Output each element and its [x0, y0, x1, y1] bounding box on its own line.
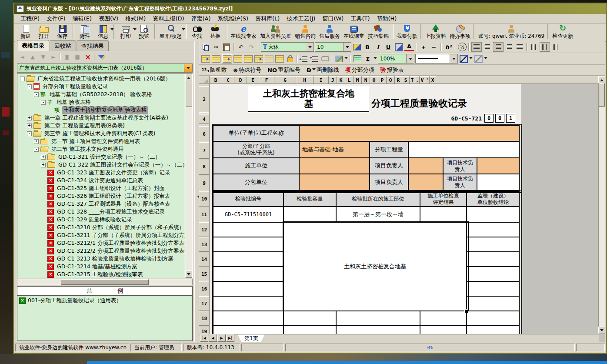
cell[interactable] [467, 326, 520, 334]
tree-item[interactable]: - 第二节 施工技术文件资料通用 [17, 145, 185, 153]
menu-item[interactable]: 窗口(W) [319, 14, 347, 23]
chevron-down-icon[interactable] [312, 68, 316, 72]
menu-item[interactable]: 资料库(L) [252, 14, 283, 23]
tree-item[interactable]: + 第一章 工程建设前期主要法定基建程序文件(A类表) [17, 114, 185, 122]
tree-item[interactable]: × GD-C1-323 施工图设计文件变更（洽商）记录 [17, 169, 185, 177]
tree-item[interactable]: × GD-C1-324 设计变更通知单汇总表 [17, 177, 185, 184]
menu-item[interactable]: 系统维护(S) [215, 14, 251, 23]
toolbar-button[interactable] [113, 24, 115, 39]
tree-scrollbar[interactable] [185, 74, 192, 278]
scrollbar-thumb[interactable] [186, 81, 193, 107]
tree-item[interactable]: × GD-C1-3214 地基/基桩检测方案 [17, 263, 185, 270]
dropdown-button[interactable] [306, 43, 314, 51]
cell-subdivision-label[interactable]: 分部/子分部 (或系统/子系统) [213, 141, 299, 158]
menu-item[interactable]: 工程(P) [17, 14, 43, 23]
row-header[interactable]: 8 [199, 159, 209, 175]
tree-item[interactable]: 项 土和灰土挤密桩复合地基 验收表格 [17, 106, 185, 114]
tree-item[interactable]: × GD-C1-3212/1 分项工程质量验收检验批划分方案表(通用 [17, 239, 185, 247]
toolbar-button[interactable]: 销售咨询 [293, 24, 317, 39]
column-header[interactable]: C [222, 76, 234, 84]
column-header[interactable]: P [378, 76, 387, 84]
form-code[interactable]: GD-C5-721 [418, 115, 482, 122]
row-header[interactable]: 13 [199, 237, 209, 252]
superscript-button[interactable]: b² [444, 43, 453, 51]
row-header[interactable]: 10 [199, 191, 209, 207]
column-header[interactable]: G [274, 76, 296, 84]
row-header[interactable]: 14 [199, 252, 209, 267]
column-header[interactable]: F [259, 76, 274, 84]
dropdown-button[interactable] [184, 64, 192, 72]
tree-expander-icon[interactable]: + [34, 139, 39, 144]
nav-back-button[interactable]: ◄ [18, 53, 27, 61]
fill-color-button[interactable] [394, 43, 404, 51]
cell-subdivision-value[interactable]: 地基与基础-地基 [299, 141, 370, 158]
tree-item[interactable]: - 广东省建筑工程竣工验收技术资料统一用表（2016版） [17, 75, 185, 83]
cell-batch-capacity-header[interactable]: 检验批容量 [283, 191, 336, 207]
cell-tech-lead2-value[interactable] [477, 174, 520, 190]
dropdown-button[interactable] [450, 54, 457, 63]
tree-hscrollbar[interactable] [17, 279, 193, 285]
copy-icon[interactable]: ▣ [63, 53, 71, 61]
row-spacing-increase-button[interactable] [300, 54, 309, 63]
row-header[interactable]: 12 [199, 222, 209, 237]
left-panel-tab[interactable]: 查找结果 [77, 40, 109, 51]
menu-item[interactable]: 格式(M) [122, 14, 149, 23]
cell[interactable] [283, 311, 336, 326]
toolbar-button[interactable]: 技巧集锦 [366, 24, 390, 39]
row-header[interactable]: 16 [199, 281, 209, 296]
menu-item[interactable]: 工具(T) [347, 14, 373, 23]
scroll-down-button[interactable] [598, 327, 605, 334]
cell[interactable] [213, 281, 283, 296]
panel-splitter[interactable] [194, 41, 199, 342]
sheet-tab[interactable]: 第1页 [237, 334, 265, 342]
copy-button[interactable] [201, 43, 210, 51]
toolbar-button[interactable]: 检查更新 [550, 24, 575, 39]
cell[interactable] [213, 296, 283, 311]
fraction-button[interactable]: ½ [458, 43, 467, 51]
row-header[interactable]: 2 [199, 86, 209, 112]
undo-button[interactable]: ↶ [236, 43, 246, 51]
cell[interactable] [213, 267, 283, 281]
cell[interactable] [336, 326, 420, 334]
special-tool-button[interactable]: ⊕ 特殊符号 [232, 66, 266, 74]
column-header[interactable]: B [210, 76, 222, 84]
toolbar-button[interactable]: 上报资料 [424, 24, 448, 39]
toolbar-button[interactable] [73, 24, 74, 39]
cell-batch-no-header[interactable]: 检验批编号 [213, 191, 283, 207]
menu-item[interactable]: 文件(F) [43, 14, 69, 23]
scroll-up-button[interactable] [598, 76, 605, 83]
tree-item[interactable]: × GD-C1-327 工程测试器具（设备）配备核查表 [17, 200, 185, 208]
tree-expander-icon[interactable]: - [27, 84, 32, 89]
move-down-button[interactable]: ▼ [39, 53, 47, 61]
move-up-button[interactable]: ▲ [28, 53, 37, 61]
cell[interactable] [213, 237, 283, 252]
menu-item[interactable]: 帮助(H) [374, 14, 400, 23]
cell[interactable] [420, 311, 467, 326]
special-tool-button[interactable]: 验 报验表 [380, 66, 408, 74]
cell[interactable] [467, 281, 520, 296]
column-header[interactable]: X [430, 76, 436, 84]
row-header[interactable]: 4 [199, 114, 209, 124]
row-header[interactable]: 7 [199, 142, 209, 159]
toolbar-button[interactable]: 打印 [117, 24, 135, 39]
table-grid-button[interactable] [275, 54, 284, 63]
cell[interactable] [467, 267, 520, 281]
tree-item[interactable]: × GD-C1-329 质量样板验收记录 [17, 216, 185, 224]
toolbar-button[interactable] [392, 24, 394, 39]
zoom-select[interactable]: 100% [378, 54, 414, 63]
align-left-button[interactable] [483, 43, 492, 51]
chevron-down-icon[interactable] [469, 57, 473, 61]
toolbar-button[interactable]: 售后服务 [317, 24, 342, 39]
font-select[interactable]: T 宋体 [261, 42, 314, 52]
tree-item[interactable]: × GD-C1-3213 检验批质量验收抽样检验计划方案 [17, 255, 185, 263]
toolbar-button[interactable]: 在线课堂 [342, 24, 366, 39]
delete-button[interactable]: × [83, 53, 92, 61]
redo-button[interactable]: ↷ [247, 43, 256, 51]
cell[interactable] [283, 326, 336, 334]
scrollbar-thumb[interactable] [599, 83, 605, 107]
column-header[interactable]: . [415, 76, 420, 84]
cell-supervisor-result-header[interactable]: 监理（建设） 单位验收结论 [467, 191, 520, 207]
cell-subcontractor-value[interactable] [299, 174, 370, 190]
toolbar-button[interactable]: 查找 [188, 24, 206, 39]
left-panel-tab[interactable]: 回收站 [50, 40, 76, 51]
